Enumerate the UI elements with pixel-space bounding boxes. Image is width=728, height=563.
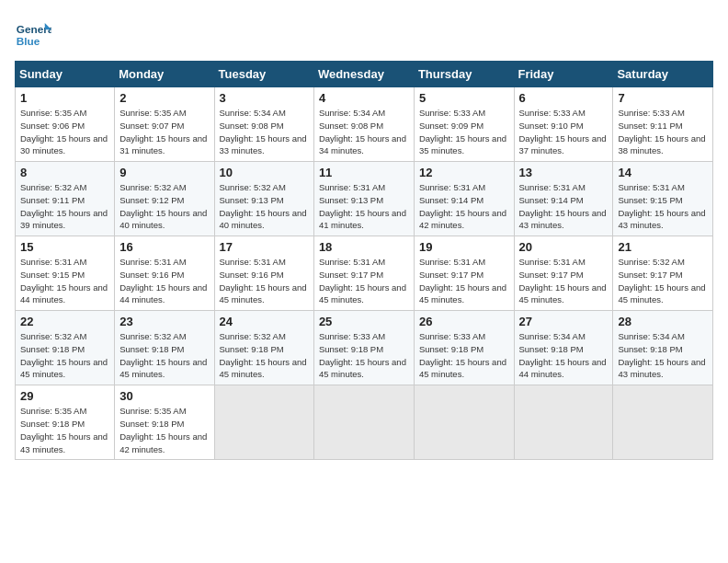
day-number: 11 bbox=[319, 166, 409, 179]
weekday-header: Monday bbox=[115, 62, 214, 87]
calendar-cell: 15Sunrise: 5:31 AMSunset: 9:15 PMDayligh… bbox=[16, 236, 115, 311]
day-number: 13 bbox=[519, 166, 609, 179]
weekday-header: Friday bbox=[514, 62, 613, 87]
weekday-header: Saturday bbox=[613, 62, 713, 87]
day-number: 21 bbox=[618, 240, 708, 254]
day-info: Sunrise: 5:35 AMSunset: 9:07 PMDaylight:… bbox=[119, 107, 209, 157]
calendar-cell: 9Sunrise: 5:32 AMSunset: 9:12 PMDaylight… bbox=[115, 162, 214, 236]
day-info: Sunrise: 5:35 AMSunset: 9:06 PMDaylight:… bbox=[20, 107, 109, 157]
day-number: 1 bbox=[20, 91, 109, 105]
logo-icon: General Blue bbox=[15, 15, 51, 52]
day-info: Sunrise: 5:32 AMSunset: 9:13 PMDaylight:… bbox=[220, 181, 309, 232]
calendar-cell: 12Sunrise: 5:31 AMSunset: 9:14 PMDayligh… bbox=[414, 162, 514, 236]
calendar-cell: 27Sunrise: 5:34 AMSunset: 9:18 PMDayligh… bbox=[514, 311, 613, 385]
day-number: 12 bbox=[419, 166, 509, 179]
day-info: Sunrise: 5:35 AMSunset: 9:18 PMDaylight:… bbox=[20, 405, 109, 455]
day-info: Sunrise: 5:33 AMSunset: 9:18 PMDaylight:… bbox=[319, 330, 409, 381]
calendar-cell: 20Sunrise: 5:31 AMSunset: 9:17 PMDayligh… bbox=[514, 236, 613, 311]
day-number: 9 bbox=[119, 166, 209, 179]
day-info: Sunrise: 5:34 AMSunset: 9:18 PMDaylight:… bbox=[618, 330, 708, 381]
day-info: Sunrise: 5:33 AMSunset: 9:09 PMDaylight:… bbox=[419, 107, 509, 157]
day-number: 6 bbox=[519, 91, 609, 105]
day-number: 23 bbox=[119, 315, 209, 328]
calendar-cell: 25Sunrise: 5:33 AMSunset: 9:18 PMDayligh… bbox=[313, 311, 414, 385]
day-number: 20 bbox=[519, 240, 609, 254]
day-info: Sunrise: 5:35 AMSunset: 9:18 PMDaylight:… bbox=[119, 405, 209, 455]
day-number: 8 bbox=[20, 166, 109, 179]
calendar-cell: 10Sunrise: 5:32 AMSunset: 9:13 PMDayligh… bbox=[214, 162, 313, 236]
day-info: Sunrise: 5:31 AMSunset: 9:17 PMDaylight:… bbox=[319, 256, 409, 306]
day-info: Sunrise: 5:32 AMSunset: 9:18 PMDaylight:… bbox=[20, 330, 109, 381]
day-info: Sunrise: 5:31 AMSunset: 9:13 PMDaylight:… bbox=[319, 181, 409, 232]
day-number: 2 bbox=[119, 91, 209, 105]
day-number: 15 bbox=[20, 240, 109, 254]
day-number: 10 bbox=[220, 166, 309, 179]
calendar-cell: 11Sunrise: 5:31 AMSunset: 9:13 PMDayligh… bbox=[313, 162, 414, 236]
day-info: Sunrise: 5:31 AMSunset: 9:17 PMDaylight:… bbox=[519, 256, 609, 306]
day-number: 7 bbox=[618, 91, 708, 105]
calendar-cell: 24Sunrise: 5:32 AMSunset: 9:18 PMDayligh… bbox=[214, 311, 313, 385]
day-number: 30 bbox=[119, 389, 209, 403]
day-number: 25 bbox=[319, 315, 409, 328]
day-number: 17 bbox=[220, 240, 309, 254]
day-info: Sunrise: 5:34 AMSunset: 9:08 PMDaylight:… bbox=[220, 107, 309, 157]
day-info: Sunrise: 5:31 AMSunset: 9:16 PMDaylight:… bbox=[220, 256, 309, 306]
calendar-cell: 22Sunrise: 5:32 AMSunset: 9:18 PMDayligh… bbox=[16, 311, 115, 385]
calendar-cell: 13Sunrise: 5:31 AMSunset: 9:14 PMDayligh… bbox=[514, 162, 613, 236]
day-info: Sunrise: 5:31 AMSunset: 9:14 PMDaylight:… bbox=[419, 181, 509, 232]
day-info: Sunrise: 5:31 AMSunset: 9:15 PMDaylight:… bbox=[618, 181, 708, 232]
weekday-header: Thursday bbox=[414, 62, 514, 87]
calendar-cell: 2Sunrise: 5:35 AMSunset: 9:07 PMDaylight… bbox=[115, 87, 214, 162]
calendar-cell: 7Sunrise: 5:33 AMSunset: 9:11 PMDaylight… bbox=[613, 87, 713, 162]
day-info: Sunrise: 5:32 AMSunset: 9:18 PMDaylight:… bbox=[220, 330, 309, 381]
calendar-cell bbox=[313, 385, 414, 460]
day-number: 26 bbox=[419, 315, 509, 328]
day-info: Sunrise: 5:31 AMSunset: 9:16 PMDaylight:… bbox=[119, 256, 209, 306]
logo: General Blue bbox=[15, 15, 51, 52]
calendar-cell: 1Sunrise: 5:35 AMSunset: 9:06 PMDaylight… bbox=[16, 87, 115, 162]
svg-text:Blue: Blue bbox=[17, 35, 40, 48]
day-number: 27 bbox=[519, 315, 609, 328]
day-info: Sunrise: 5:32 AMSunset: 9:17 PMDaylight:… bbox=[618, 256, 708, 306]
calendar-cell: 4Sunrise: 5:34 AMSunset: 9:08 PMDaylight… bbox=[313, 87, 414, 162]
calendar-cell: 26Sunrise: 5:33 AMSunset: 9:18 PMDayligh… bbox=[414, 311, 514, 385]
day-info: Sunrise: 5:31 AMSunset: 9:15 PMDaylight:… bbox=[20, 256, 109, 306]
day-number: 19 bbox=[419, 240, 509, 254]
day-number: 14 bbox=[618, 166, 708, 179]
calendar-cell: 21Sunrise: 5:32 AMSunset: 9:17 PMDayligh… bbox=[613, 236, 713, 311]
day-number: 5 bbox=[419, 91, 509, 105]
calendar-cell: 6Sunrise: 5:33 AMSunset: 9:10 PMDaylight… bbox=[514, 87, 613, 162]
calendar-cell bbox=[214, 385, 313, 460]
day-info: Sunrise: 5:32 AMSunset: 9:18 PMDaylight:… bbox=[119, 330, 209, 381]
calendar-cell bbox=[414, 385, 514, 460]
day-info: Sunrise: 5:31 AMSunset: 9:17 PMDaylight:… bbox=[419, 256, 509, 306]
calendar-cell: 17Sunrise: 5:31 AMSunset: 9:16 PMDayligh… bbox=[214, 236, 313, 311]
day-number: 16 bbox=[119, 240, 209, 254]
day-info: Sunrise: 5:32 AMSunset: 9:12 PMDaylight:… bbox=[119, 181, 209, 232]
calendar-cell: 23Sunrise: 5:32 AMSunset: 9:18 PMDayligh… bbox=[115, 311, 214, 385]
weekday-header: Sunday bbox=[16, 62, 115, 87]
day-number: 18 bbox=[319, 240, 409, 254]
day-number: 28 bbox=[618, 315, 708, 328]
page-header: General Blue bbox=[15, 15, 713, 52]
day-info: Sunrise: 5:33 AMSunset: 9:18 PMDaylight:… bbox=[419, 330, 509, 381]
calendar-cell: 14Sunrise: 5:31 AMSunset: 9:15 PMDayligh… bbox=[613, 162, 713, 236]
calendar-cell bbox=[514, 385, 613, 460]
day-info: Sunrise: 5:31 AMSunset: 9:14 PMDaylight:… bbox=[519, 181, 609, 232]
calendar-cell: 5Sunrise: 5:33 AMSunset: 9:09 PMDaylight… bbox=[414, 87, 514, 162]
day-number: 4 bbox=[319, 91, 409, 105]
calendar-table: SundayMondayTuesdayWednesdayThursdayFrid… bbox=[15, 61, 713, 460]
calendar-cell bbox=[613, 385, 713, 460]
calendar-cell: 29Sunrise: 5:35 AMSunset: 9:18 PMDayligh… bbox=[16, 385, 115, 460]
calendar-cell: 8Sunrise: 5:32 AMSunset: 9:11 PMDaylight… bbox=[16, 162, 115, 236]
calendar-cell: 19Sunrise: 5:31 AMSunset: 9:17 PMDayligh… bbox=[414, 236, 514, 311]
weekday-header: Wednesday bbox=[313, 62, 414, 87]
calendar-cell: 3Sunrise: 5:34 AMSunset: 9:08 PMDaylight… bbox=[214, 87, 313, 162]
calendar-cell: 18Sunrise: 5:31 AMSunset: 9:17 PMDayligh… bbox=[313, 236, 414, 311]
day-number: 3 bbox=[220, 91, 309, 105]
day-number: 29 bbox=[20, 389, 109, 403]
day-info: Sunrise: 5:33 AMSunset: 9:11 PMDaylight:… bbox=[618, 107, 708, 157]
day-info: Sunrise: 5:34 AMSunset: 9:18 PMDaylight:… bbox=[519, 330, 609, 381]
day-number: 22 bbox=[20, 315, 109, 328]
day-number: 24 bbox=[220, 315, 309, 328]
